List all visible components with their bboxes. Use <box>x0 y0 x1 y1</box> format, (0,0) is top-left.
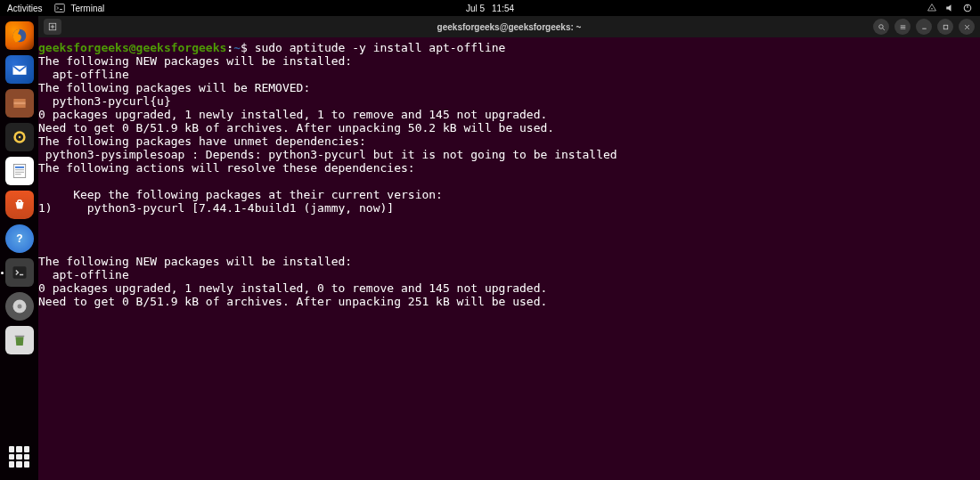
terminal-icon <box>11 264 29 281</box>
svg-rect-6 <box>13 102 25 104</box>
date-label: Jul 5 <box>466 4 485 13</box>
svg-rect-13 <box>15 169 24 170</box>
apps-grid-icon <box>9 446 30 468</box>
trash-icon <box>12 332 28 348</box>
output-line: The following NEW packages will be insta… <box>38 255 352 268</box>
maximize-button[interactable] <box>937 19 953 35</box>
output-line: The following NEW packages will be insta… <box>38 54 352 68</box>
window-title: geeksforgeeks@geeksforgeeks: ~ <box>437 22 582 32</box>
hamburger-menu-button[interactable] <box>894 19 911 35</box>
prompt-symbol: $ <box>241 41 248 54</box>
close-button[interactable] <box>959 19 975 35</box>
dock-terminal[interactable] <box>5 258 34 287</box>
dock-libreoffice-writer[interactable] <box>5 157 34 185</box>
dock-firefox[interactable] <box>5 21 34 50</box>
files-icon <box>11 94 29 112</box>
output-line: The following actions will resolve these… <box>38 161 415 175</box>
close-icon <box>963 23 971 31</box>
volume-icon <box>944 3 955 13</box>
dock-rhythmbox[interactable] <box>5 123 34 151</box>
search-icon <box>878 23 886 31</box>
writer-icon <box>11 162 29 180</box>
svg-rect-25 <box>943 25 948 29</box>
svg-line-23 <box>882 28 884 29</box>
dock-files[interactable] <box>5 89 34 118</box>
power-icon <box>962 3 973 13</box>
svg-rect-14 <box>15 172 24 173</box>
output-line: apt-offline <box>38 268 136 281</box>
search-button[interactable] <box>873 19 889 35</box>
prompt-colon: : <box>226 41 233 54</box>
output-line: python3-pysimplesoap : Depends: python3-… <box>38 148 617 161</box>
output-line: 1) python3-pycurl [7.44.1-4build1 (jammy… <box>38 201 457 215</box>
network-icon <box>927 3 937 13</box>
svg-rect-15 <box>15 174 21 175</box>
output-line: Need to get 0 B/51.9 kB of archives. Aft… <box>38 295 547 308</box>
dock-help[interactable]: ? <box>5 224 34 253</box>
terminal-small-icon <box>54 3 65 13</box>
output-line: 0 packages upgraded, 1 newly installed, … <box>38 108 547 121</box>
svg-rect-11 <box>13 165 25 178</box>
system-status-area[interactable] <box>927 3 973 13</box>
output-line: python3-pycurl{u} <box>38 94 178 108</box>
dock-disk[interactable] <box>5 292 34 321</box>
svg-point-1 <box>931 8 933 10</box>
prompt-user-host: geeksforgeeks@geeksforgeeks <box>38 41 226 54</box>
dock-trash[interactable] <box>5 326 34 354</box>
svg-rect-5 <box>13 99 25 102</box>
command-text: sudo aptitude -y install apt-offline <box>255 41 506 54</box>
firefox-icon <box>10 26 29 45</box>
current-app-indicator[interactable]: Terminal <box>54 3 104 13</box>
rhythmbox-icon <box>11 128 29 146</box>
terminal-output[interactable]: geeksforgeeks@geeksforgeeks:~$ sudo apti… <box>38 37 980 480</box>
maximize-icon <box>942 23 950 31</box>
dock-thunderbird[interactable] <box>5 55 34 84</box>
dock-ubuntu-software[interactable] <box>5 191 34 219</box>
dock-apps-button[interactable] <box>5 443 34 471</box>
svg-rect-12 <box>15 167 24 168</box>
output-line: apt-offline <box>38 68 136 81</box>
disk-icon <box>11 297 29 315</box>
minimize-icon <box>920 23 928 31</box>
output-line: 0 packages upgraded, 1 newly installed, … <box>38 281 547 295</box>
output-line: Need to get 0 B/51.9 kB of archives. Aft… <box>38 121 554 134</box>
current-app-label: Terminal <box>70 4 104 13</box>
minimize-button[interactable] <box>916 19 932 35</box>
svg-point-22 <box>878 24 883 28</box>
plus-icon <box>47 21 58 32</box>
svg-point-10 <box>18 136 20 139</box>
clock[interactable]: Jul 5 11:54 <box>466 4 514 13</box>
svg-text:?: ? <box>16 232 22 245</box>
svg-rect-20 <box>14 336 24 338</box>
new-tab-button[interactable] <box>44 19 61 35</box>
svg-point-19 <box>17 305 21 309</box>
activities-button[interactable]: Activities <box>7 4 42 13</box>
output-line: The following packages have unmet depend… <box>38 134 366 148</box>
hamburger-icon <box>899 23 907 31</box>
time-label: 11:54 <box>492 4 514 13</box>
gnome-topbar: Activities Terminal Jul 5 11:54 <box>0 0 980 16</box>
terminal-titlebar: geeksforgeeks@geeksforgeeks: ~ <box>38 16 980 37</box>
svg-rect-17 <box>12 266 26 278</box>
output-line: Keep the following packages at their cur… <box>38 188 443 201</box>
prompt-path: ~ <box>233 41 241 54</box>
software-icon <box>12 197 28 213</box>
output-line: The following packages will be REMOVED: <box>38 81 310 94</box>
thunderbird-icon <box>11 61 29 78</box>
svg-rect-0 <box>55 4 65 12</box>
ubuntu-dock: ? <box>0 16 38 480</box>
svg-rect-7 <box>13 105 25 108</box>
help-icon: ? <box>12 231 28 247</box>
